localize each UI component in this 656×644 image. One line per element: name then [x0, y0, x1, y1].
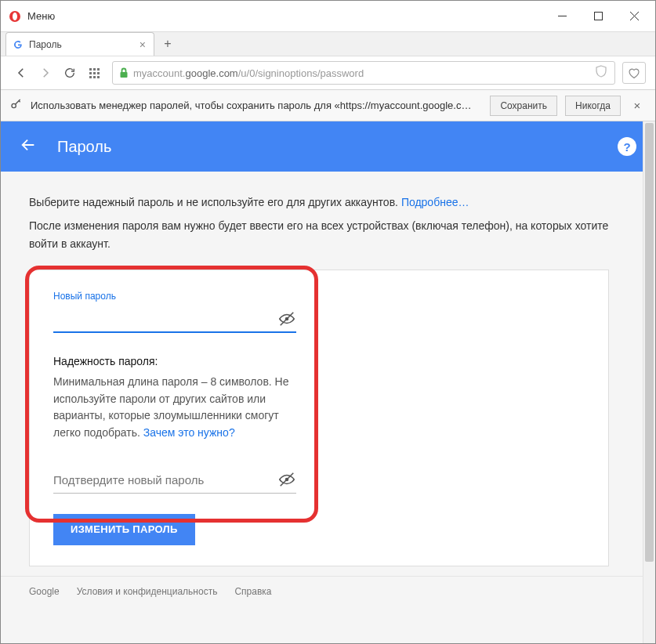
url-text: myaccount.google.com/u/0/signinoptions/p…: [133, 67, 591, 79]
page-title: Пароль: [57, 138, 618, 156]
toggle-visibility-icon[interactable]: [277, 471, 296, 488]
active-tab[interactable]: Пароль ×: [5, 32, 154, 56]
password-save-button[interactable]: Сохранить: [490, 96, 557, 116]
new-password-label: Новый пароль: [53, 291, 296, 302]
back-button[interactable]: [10, 62, 32, 84]
strength-body: Минимальная длина пароля – 8 символов. Н…: [53, 374, 296, 442]
menu-button[interactable]: Меню: [27, 10, 55, 22]
vertical-scrollbar[interactable]: [643, 121, 655, 643]
app-bar: Пароль ?: [1, 121, 655, 172]
password-strength-block: Надежность пароля: Минимальная длина пар…: [53, 353, 296, 441]
window-close-button[interactable]: [616, 4, 652, 29]
key-icon: [10, 98, 23, 113]
page-footer: Google Условия и конфиденциальность Спра…: [1, 576, 655, 606]
tab-strip: Пароль × +: [1, 32, 655, 56]
svg-point-1: [13, 13, 17, 20]
appbar-back-button[interactable]: [20, 136, 38, 157]
forward-button[interactable]: [34, 62, 56, 84]
intro-text-1: Выберите надежный пароль и не используйт…: [29, 194, 627, 211]
password-save-bar: Использовать менеджер паролей, чтобы сох…: [1, 90, 655, 121]
title-bar: Меню: [1, 1, 655, 32]
bookmark-button[interactable]: [622, 62, 646, 84]
toggle-visibility-icon[interactable]: [277, 310, 296, 327]
intro-text-2: После изменения пароля вам нужно будет в…: [29, 217, 627, 252]
change-password-button[interactable]: ИЗМЕНИТЬ ПАРОЛЬ: [53, 514, 195, 545]
why-needed-link[interactable]: Зачем это нужно?: [143, 426, 235, 439]
page-content: Пароль ? Выберите надежный пароль и не и…: [1, 121, 655, 643]
footer-help-link[interactable]: Справка: [234, 586, 271, 597]
address-bar: myaccount.google.com/u/0/signinoptions/p…: [1, 56, 655, 90]
new-password-field: Новый пароль: [53, 291, 296, 333]
shield-icon[interactable]: [596, 65, 608, 81]
learn-more-link[interactable]: Подробнее…: [401, 196, 469, 208]
footer-terms-link[interactable]: Условия и конфиденциальность: [77, 586, 218, 597]
strength-title: Надежность пароля:: [53, 353, 296, 371]
footer-brand: Google: [29, 586, 60, 597]
new-tab-button[interactable]: +: [158, 34, 178, 54]
speed-dial-button[interactable]: [83, 62, 105, 84]
svg-rect-3: [121, 72, 128, 78]
lock-icon: [119, 67, 129, 78]
google-favicon-icon: [13, 39, 24, 50]
password-card: Новый пароль Надежность пароля: Минималь…: [29, 270, 609, 566]
confirm-password-input[interactable]: [53, 473, 277, 487]
tab-close-icon[interactable]: ×: [140, 38, 146, 51]
main-wrap: Выберите надежный пароль и не используйт…: [1, 172, 655, 573]
opera-logo-icon: [9, 10, 21, 23]
window-minimize-button[interactable]: [544, 4, 580, 29]
password-save-message: Использовать менеджер паролей, чтобы сох…: [31, 99, 482, 111]
password-bar-close-icon[interactable]: ×: [629, 99, 646, 112]
confirm-password-field: [53, 467, 296, 494]
password-never-button[interactable]: Никогда: [565, 96, 621, 116]
scrollbar-thumb[interactable]: [645, 123, 654, 562]
tab-title: Пароль: [29, 39, 62, 50]
browser-window: Меню Пароль × +: [0, 0, 656, 644]
new-password-input[interactable]: [53, 313, 277, 326]
window-maximize-button[interactable]: [580, 4, 616, 29]
reload-button[interactable]: [59, 62, 81, 84]
url-input[interactable]: myaccount.google.com/u/0/signinoptions/p…: [112, 61, 615, 85]
svg-rect-2: [594, 13, 602, 20]
help-button[interactable]: ?: [618, 137, 636, 156]
svg-point-4: [12, 103, 16, 107]
